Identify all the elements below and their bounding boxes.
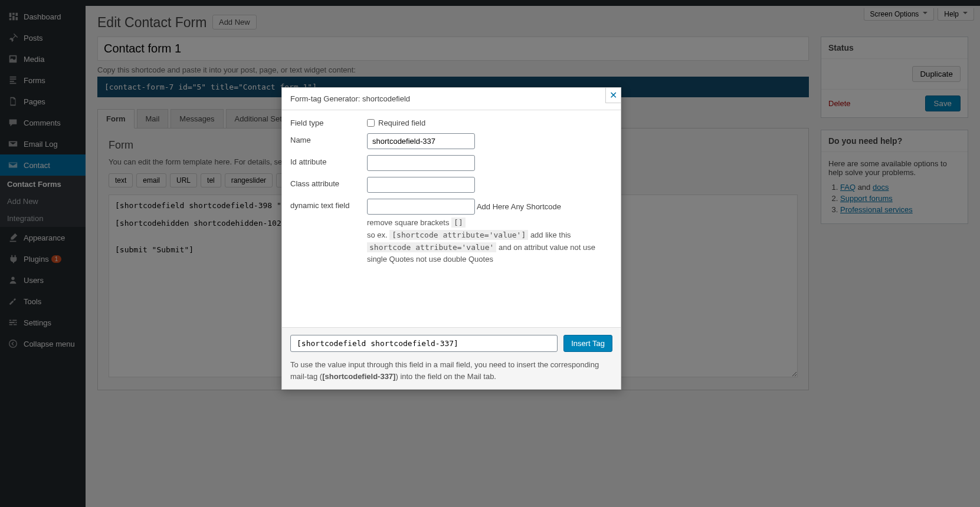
- insert-tag-button[interactable]: Insert Tag: [563, 335, 612, 352]
- dynamic-label: dynamic text field: [290, 199, 367, 210]
- dynamic-hint: Add Here Any Shortcode: [477, 202, 561, 211]
- modal-close-button[interactable]: ✕: [605, 87, 621, 103]
- dynamic-input[interactable]: [367, 199, 475, 215]
- field-type-label: Field type: [290, 118, 367, 127]
- formtag-generator-modal: Form-tag Generator: shortcodefield ✕ Fie…: [281, 87, 621, 390]
- modal-title: Form-tag Generator: shortcodefield: [290, 94, 410, 103]
- dynamic-description: remove square brackets [] so ex. [shortc…: [367, 217, 612, 266]
- close-icon: ✕: [609, 90, 617, 101]
- modal-footer: Insert Tag To use the value input throug…: [282, 327, 621, 389]
- id-attr-label: Id attribute: [290, 155, 367, 166]
- modal-header: Form-tag Generator: shortcodefield ✕: [282, 88, 621, 110]
- mailtag-hint: To use the value input through this fiel…: [290, 359, 612, 382]
- required-label: Required field: [378, 118, 425, 127]
- name-label: Name: [290, 133, 367, 144]
- class-attr-label: Class attribute: [290, 177, 367, 188]
- required-checkbox[interactable]: [367, 119, 375, 127]
- shortcode-output[interactable]: [290, 335, 558, 352]
- class-attr-input[interactable]: [367, 177, 475, 193]
- id-attr-input[interactable]: [367, 155, 475, 171]
- name-input[interactable]: [367, 133, 475, 149]
